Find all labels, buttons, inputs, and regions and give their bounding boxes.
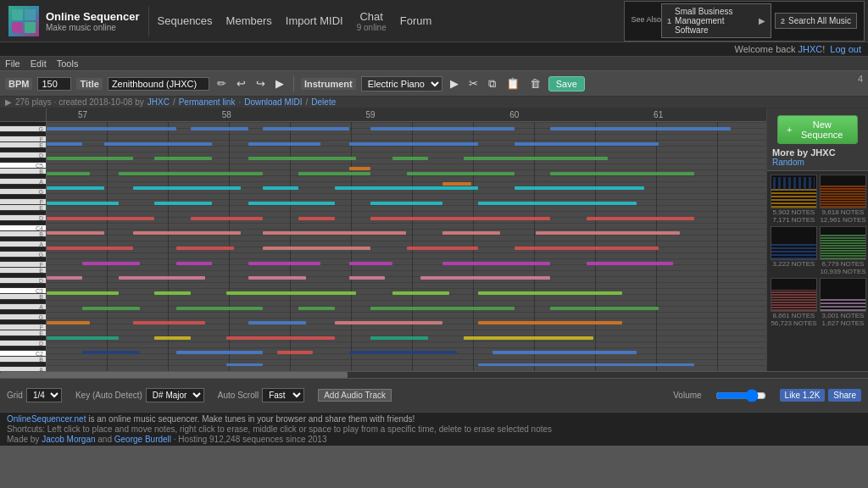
piano-key-B2[interactable]: B xyxy=(0,294,46,300)
cut-icon[interactable]: ✂ xyxy=(466,76,481,91)
note[interactable] xyxy=(176,307,263,310)
note[interactable] xyxy=(335,186,479,190)
nav-members[interactable]: Members xyxy=(226,14,272,27)
add-audio-track-button[interactable]: Add Audio Track xyxy=(318,389,392,402)
see-also-item-2[interactable]: 2 Search All Music xyxy=(775,13,857,29)
piano-key-G3[interactable]: G xyxy=(0,252,46,258)
welcome-user-link[interactable]: JHXC xyxy=(798,44,823,54)
piano-key-E4[interactable]: E xyxy=(0,205,46,211)
piano-key-D3[interactable]: D xyxy=(0,278,46,284)
jacob-link[interactable]: Jacob Morgan xyxy=(42,435,95,444)
note[interactable] xyxy=(47,172,90,175)
thumb-5[interactable]: 8,661 NOTES 56,723 NOTES xyxy=(771,278,817,327)
note[interactable] xyxy=(349,142,479,146)
piano-key-A4[interactable]: A xyxy=(0,179,46,185)
copy-icon[interactable]: ⧉ xyxy=(486,76,498,92)
nav-forum[interactable]: Forum xyxy=(400,14,432,27)
note[interactable] xyxy=(154,157,212,160)
note[interactable] xyxy=(392,291,450,295)
piano-key-E2[interactable]: E xyxy=(0,330,46,336)
play-icon[interactable]: ▶ xyxy=(273,76,287,91)
piano-key-B4[interactable]: B xyxy=(0,169,46,175)
note[interactable] xyxy=(248,142,320,146)
note[interactable] xyxy=(248,157,356,160)
note[interactable] xyxy=(478,202,637,205)
note[interactable] xyxy=(47,291,119,295)
note[interactable] xyxy=(82,262,140,265)
grid-select[interactable]: 1/41/81/2 xyxy=(26,388,62,402)
note[interactable] xyxy=(370,127,515,130)
note[interactable] xyxy=(298,172,370,175)
piano-key-G2[interactable]: G xyxy=(0,314,46,320)
paste-icon[interactable]: 📋 xyxy=(504,76,522,91)
note[interactable] xyxy=(263,127,349,130)
note[interactable] xyxy=(154,202,212,205)
author-link[interactable]: JHXC xyxy=(147,97,170,107)
nav-chat[interactable]: Chat 9 online xyxy=(357,10,387,32)
title-input[interactable] xyxy=(108,77,209,91)
bpm-input[interactable] xyxy=(37,77,71,91)
piano-key-D5[interactable]: D xyxy=(0,152,46,158)
note[interactable] xyxy=(442,262,550,265)
instrument-select[interactable]: Electric Piano xyxy=(361,76,442,92)
note[interactable] xyxy=(263,231,407,235)
thumb-2[interactable]: 9,618 NOTES 12,961 NOTES xyxy=(820,175,866,224)
note[interactable] xyxy=(550,307,658,310)
logo-area[interactable]: Online Sequencer Make music online xyxy=(0,6,149,36)
note[interactable] xyxy=(515,247,659,250)
thumb-3[interactable]: 3,222 NOTES xyxy=(771,226,817,275)
note[interactable] xyxy=(420,276,550,280)
note[interactable] xyxy=(47,186,104,190)
delete-link[interactable]: Delete xyxy=(311,97,336,107)
note[interactable] xyxy=(263,247,370,250)
piano-key-D2[interactable]: D xyxy=(0,341,46,347)
note[interactable] xyxy=(349,167,370,170)
note[interactable] xyxy=(536,231,680,235)
redo-icon[interactable]: ↪ xyxy=(253,76,268,91)
key-select[interactable]: D# Major xyxy=(146,388,204,402)
volume-slider[interactable] xyxy=(715,389,766,402)
note[interactable] xyxy=(515,142,659,146)
new-sequence-button[interactable]: + New Sequence xyxy=(777,115,858,144)
note[interactable] xyxy=(47,142,82,146)
note[interactable] xyxy=(82,307,140,310)
note[interactable] xyxy=(191,127,248,130)
note[interactable] xyxy=(335,321,442,324)
note[interactable] xyxy=(349,276,385,280)
piano-key-G4[interactable]: G xyxy=(0,189,46,195)
note[interactable] xyxy=(47,202,119,205)
note[interactable] xyxy=(587,217,694,220)
menu-file[interactable]: File xyxy=(5,58,20,69)
note[interactable] xyxy=(248,262,320,265)
sidebar-random[interactable]: Random xyxy=(772,158,863,167)
permanent-link[interactable]: Permanent link xyxy=(179,97,236,107)
george-link[interactable]: George Burdell xyxy=(114,435,171,444)
note[interactable] xyxy=(47,127,176,130)
note[interactable] xyxy=(47,321,90,324)
note[interactable] xyxy=(478,363,694,366)
note[interactable] xyxy=(407,247,479,250)
note[interactable] xyxy=(133,186,241,190)
note[interactable] xyxy=(248,202,335,205)
thumb-6[interactable]: 3,001 NOTES 1,627 NOTES xyxy=(820,278,866,327)
note[interactable] xyxy=(248,321,306,324)
note[interactable] xyxy=(587,262,673,265)
nav-sequences[interactable]: Sequences xyxy=(158,14,213,27)
undo-icon[interactable]: ↩ xyxy=(234,76,248,91)
piano-key-D4[interactable]: D xyxy=(0,215,46,221)
piano-key-A1[interactable]: A xyxy=(0,367,46,371)
note[interactable] xyxy=(226,291,356,295)
note[interactable] xyxy=(47,157,133,160)
note[interactable] xyxy=(176,247,234,250)
note[interactable] xyxy=(478,291,622,295)
edit-icon[interactable]: ✏ xyxy=(214,76,229,91)
note[interactable] xyxy=(47,336,119,340)
note[interactable] xyxy=(154,336,190,340)
logout-link[interactable]: Log out xyxy=(830,44,861,54)
piano-key-B3[interactable]: B xyxy=(0,231,46,237)
note[interactable] xyxy=(442,182,471,186)
note[interactable] xyxy=(370,336,428,340)
note[interactable] xyxy=(133,231,241,235)
note[interactable] xyxy=(82,351,140,354)
note[interactable] xyxy=(176,262,212,265)
